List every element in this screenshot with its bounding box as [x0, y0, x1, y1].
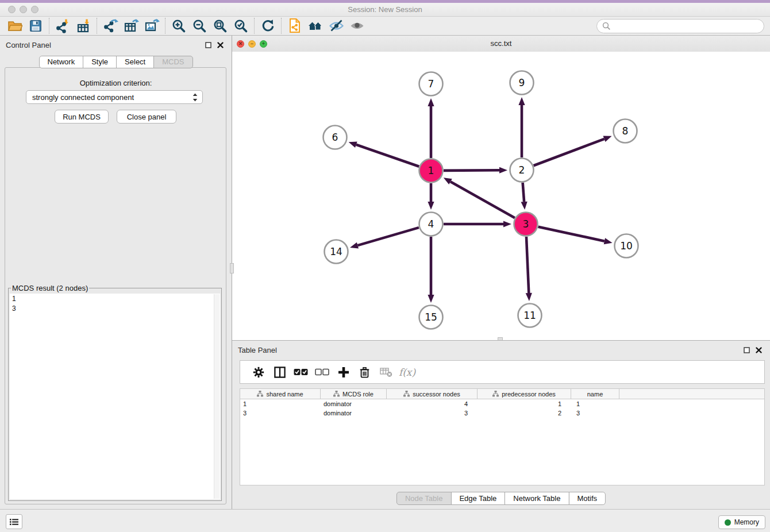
table-cell[interactable]: dominator [321, 399, 387, 408]
zoom-out-button[interactable] [189, 17, 210, 34]
graph-node-label: 10 [620, 240, 633, 252]
table-cell[interactable]: 1 [571, 399, 619, 408]
houses-icon [307, 19, 324, 33]
task-history-button[interactable] [6, 514, 22, 529]
table-cell[interactable]: 3 [387, 408, 478, 418]
float-table-panel-button[interactable] [743, 346, 750, 353]
network-canvas[interactable]: 7968124314101511 [232, 52, 770, 340]
import-table-button[interactable] [73, 17, 94, 34]
close-icon [217, 42, 224, 48]
select-all-checkboxes-button[interactable] [290, 364, 311, 381]
graph-edge-arrow [503, 221, 511, 227]
close-panel-button[interactable] [217, 41, 224, 48]
window-titlebar: Session: New Session [0, 3, 770, 17]
delete-table-button[interactable] [375, 364, 396, 381]
import-network-button[interactable] [52, 17, 73, 34]
destroy-network-button[interactable] [284, 17, 305, 34]
zoom-selected-button[interactable] [230, 17, 251, 34]
mcds-result-area[interactable]: 13 [10, 294, 220, 499]
graph-edge-arrow [349, 142, 357, 148]
toggle-panel-button[interactable] [269, 364, 290, 381]
tab-network-table[interactable]: Network Table [505, 492, 569, 505]
graph-node-label: 3 [523, 218, 529, 230]
column-header-label: successor nodes [413, 391, 460, 398]
window-title: Session: New Session [0, 5, 770, 14]
save-session-button[interactable] [25, 17, 46, 34]
table-cell[interactable]: 1 [478, 399, 571, 408]
graph-edge-3-1[interactable] [451, 182, 515, 218]
memory-button[interactable]: Memory [718, 515, 765, 529]
search-input[interactable] [611, 21, 764, 31]
table-row[interactable]: 1dominator411 [240, 399, 764, 408]
table-cell[interactable]: 3 [240, 408, 321, 418]
home-button[interactable] [305, 17, 326, 34]
graph-edge-1-2[interactable] [444, 170, 499, 171]
column-header-MCDS-role[interactable]: MCDS role [321, 389, 387, 399]
list-icon [10, 518, 18, 526]
clear-checkboxes-button[interactable] [311, 364, 333, 381]
column-header-shared-name[interactable]: shared name [240, 389, 321, 399]
graph-edge-2-8[interactable] [534, 139, 605, 165]
toolbar-separator [97, 18, 97, 34]
function-builder-button[interactable]: f(x) [396, 364, 418, 381]
table-cell[interactable]: 4 [387, 399, 478, 408]
mcds-result-title: MCDS result (2 nodes) [11, 284, 89, 292]
close-panel-action-button[interactable]: Close panel [117, 110, 176, 124]
main-toolbar [0, 17, 770, 36]
graph-node-label: 15 [425, 311, 437, 323]
graph-edge-1-6[interactable] [356, 145, 419, 167]
table-cell[interactable]: 3 [571, 408, 619, 418]
graph-node-label: 1 [428, 165, 434, 176]
graph-edge-2-3[interactable] [523, 183, 524, 202]
column-header-name[interactable]: name [571, 389, 619, 399]
float-panel-button[interactable] [205, 41, 211, 48]
table-row[interactable]: 3dominator323 [240, 408, 764, 418]
tab-network[interactable]: Network [38, 56, 83, 68]
run-mcds-button[interactable]: Run MCDS [55, 110, 109, 124]
export-network-button[interactable] [100, 17, 121, 34]
zoom-in-button[interactable] [168, 17, 189, 34]
criterion-dropdown[interactable]: strongly connected component [26, 90, 203, 104]
column-header-filler [619, 389, 764, 399]
close-icon [756, 347, 762, 353]
table-panel: Table Panel f(x) shared nameMCDS rolesuc… [232, 340, 770, 509]
zoom-out-icon [192, 18, 207, 33]
graph-node-label: 9 [519, 77, 525, 88]
eye-slash-icon [329, 18, 344, 33]
table-header-row: shared nameMCDS rolesuccessor nodesprede… [240, 388, 765, 399]
graph-edge-arrow [444, 178, 452, 184]
column-type-icon [403, 391, 410, 397]
network-graph[interactable]: 7968124314101511 [232, 52, 770, 340]
create-column-button[interactable] [333, 364, 354, 381]
table-cell[interactable]: dominator [321, 408, 387, 418]
show-all-button[interactable] [346, 17, 367, 34]
export-image-button[interactable] [141, 17, 162, 34]
tab-mcds[interactable]: MCDS [153, 56, 192, 68]
toolbar-separator [165, 18, 165, 34]
table-cell[interactable]: 1 [240, 399, 321, 408]
tab-motifs[interactable]: Motifs [568, 492, 606, 505]
close-table-panel-button[interactable] [755, 346, 762, 353]
graph-edge-4-14[interactable] [357, 228, 418, 245]
refresh-button[interactable] [257, 17, 278, 34]
column-settings-button[interactable] [248, 364, 269, 381]
graph-edge-3-10[interactable] [538, 227, 604, 241]
hide-selected-button[interactable] [326, 17, 346, 34]
result-scrollbar[interactable] [214, 294, 220, 499]
table-cell[interactable]: 2 [478, 408, 571, 418]
delete-columns-button[interactable] [354, 364, 375, 381]
tab-node-table[interactable]: Node Table [396, 492, 452, 505]
export-table-button[interactable] [121, 17, 141, 34]
column-header-successor-nodes[interactable]: successor nodes [387, 389, 478, 399]
export-network-icon [103, 18, 118, 33]
open-session-button[interactable] [5, 17, 25, 34]
delete-table-icon [380, 367, 392, 377]
tab-select[interactable]: Select [116, 56, 154, 68]
tab-style[interactable]: Style [83, 56, 117, 68]
column-header-predecessor-nodes[interactable]: predecessor nodes [478, 389, 571, 399]
toolbar-separator [49, 18, 49, 34]
splitter-handle-left[interactable] [230, 263, 234, 273]
tab-edge-table[interactable]: Edge Table [451, 492, 505, 505]
zoom-fit-button[interactable] [210, 17, 230, 34]
graph-edge-3-11[interactable] [526, 237, 529, 293]
